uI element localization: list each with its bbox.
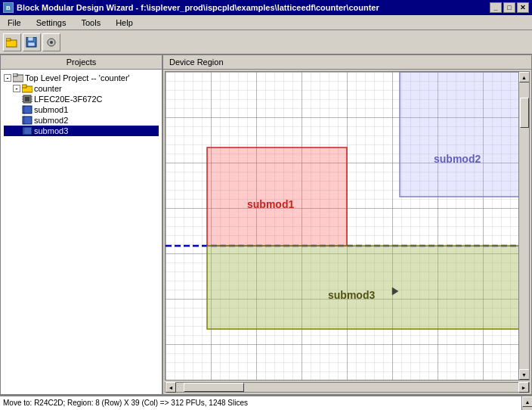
svg-rect-3: [28, 37, 33, 41]
svg-rect-12: [25, 97, 29, 101]
window-title: Block Modular Design Wizard - f:\ispleve…: [17, 3, 379, 12]
log-area: Move to: R24C2D; Region: 8 (Row) X 39 (C…: [0, 396, 532, 410]
scroll-left-button[interactable]: ◄: [165, 382, 176, 393]
tree-label-submod1: submod1: [34, 105, 68, 114]
menu-tools[interactable]: Tools: [76, 17, 105, 29]
minimize-button[interactable]: _: [490, 2, 502, 13]
module-icon-submod2: [22, 116, 32, 125]
tree-item-submod1[interactable]: submod1: [4, 104, 159, 115]
projects-panel-header: Projects: [1, 55, 162, 70]
properties-button[interactable]: [42, 33, 60, 51]
svg-text:submod1: submod1: [247, 198, 294, 210]
menu-settings[interactable]: Settings: [32, 17, 71, 29]
log-scroll-up[interactable]: ▲: [522, 396, 532, 407]
bottom-section: Move to: R24C2D; Region: 8 (Row) X 39 (C…: [0, 395, 532, 410]
device-panel: Device Region: [163, 55, 531, 394]
app-icon: B: [3, 2, 14, 13]
svg-rect-30: [207, 148, 347, 246]
svg-rect-1: [6, 39, 11, 41]
folder-icon: [22, 84, 32, 93]
scroll-track[interactable]: [519, 82, 530, 369]
svg-rect-33: [207, 246, 521, 329]
title-bar: B Block Modular Design Wizard - f:\isple…: [0, 0, 532, 15]
open-button[interactable]: [3, 33, 21, 51]
device-panel-header: Device Region: [163, 55, 531, 70]
svg-rect-8: [13, 73, 17, 76]
tree-label-counter: counter: [34, 84, 62, 93]
svg-text:submod3: submod3: [328, 289, 375, 301]
projects-panel: Projects - Top Level Project -- 'counter…: [1, 55, 163, 394]
tree-item-counter[interactable]: - counter: [4, 83, 159, 94]
scroll-thumb[interactable]: [520, 98, 529, 128]
menu-help[interactable]: Help: [111, 17, 138, 29]
expand-icon-counter[interactable]: -: [13, 85, 20, 92]
main-layout: Projects - Top Level Project -- 'counter…: [0, 54, 532, 395]
scroll-down-button[interactable]: ▼: [519, 369, 530, 380]
svg-rect-4: [28, 42, 35, 46]
log-scrollbar[interactable]: ▲ ▼: [521, 396, 532, 410]
projects-tree: - Top Level Project -- 'counter' - count…: [1, 70, 162, 394]
tree-item-submod3[interactable]: submod3: [4, 126, 159, 136]
expand-icon[interactable]: -: [4, 74, 11, 82]
module-icon-submod1: [22, 105, 32, 114]
tree-label-submod2: submod2: [34, 116, 68, 125]
tree-label-chip: LFEC20E-3F672C: [34, 95, 103, 104]
save-button[interactable]: [23, 33, 41, 51]
module-icon-submod3: [22, 126, 32, 135]
device-panel-title: Device Region: [169, 57, 224, 67]
svg-rect-10: [22, 85, 26, 88]
tree-label-submod3: submod3: [34, 126, 68, 135]
log-scroll-track[interactable]: [522, 407, 532, 410]
svg-point-6: [50, 41, 53, 44]
menu-bar: File Settings Tools Help: [0, 15, 532, 30]
tree-item-chip[interactable]: LFEC20E-3F672C: [4, 94, 159, 104]
toolbar: [0, 30, 532, 54]
tree-item-submod2[interactable]: submod2: [4, 115, 159, 126]
device-grid-svg: submod2 submod1 submod3: [165, 72, 529, 380]
h-scroll-thumb[interactable]: [184, 383, 244, 392]
svg-text:submod2: submod2: [434, 153, 481, 165]
project-icon: [13, 73, 23, 82]
scroll-right-button[interactable]: ►: [518, 382, 529, 393]
device-canvas[interactable]: submod2 submod1 submod3 ▲: [165, 71, 530, 380]
tree-item-top[interactable]: - Top Level Project -- 'counter': [4, 73, 159, 83]
h-scroll-track[interactable]: [176, 383, 518, 392]
maximize-button[interactable]: □: [503, 2, 515, 13]
menu-file[interactable]: File: [3, 17, 26, 29]
horizontal-scrollbar[interactable]: ◄ ►: [165, 382, 530, 393]
vertical-scrollbar[interactable]: ▲ ▼: [518, 72, 529, 380]
svg-rect-28: [400, 72, 524, 197]
log-line-0: Move to: R24C2D; Region: 8 (Row) X 39 (C…: [3, 398, 529, 408]
scroll-up-button[interactable]: ▲: [519, 72, 530, 82]
close-button[interactable]: ✕: [517, 2, 529, 13]
chip-icon: [22, 95, 32, 104]
tree-label-top: Top Level Project -- 'counter': [25, 73, 130, 82]
